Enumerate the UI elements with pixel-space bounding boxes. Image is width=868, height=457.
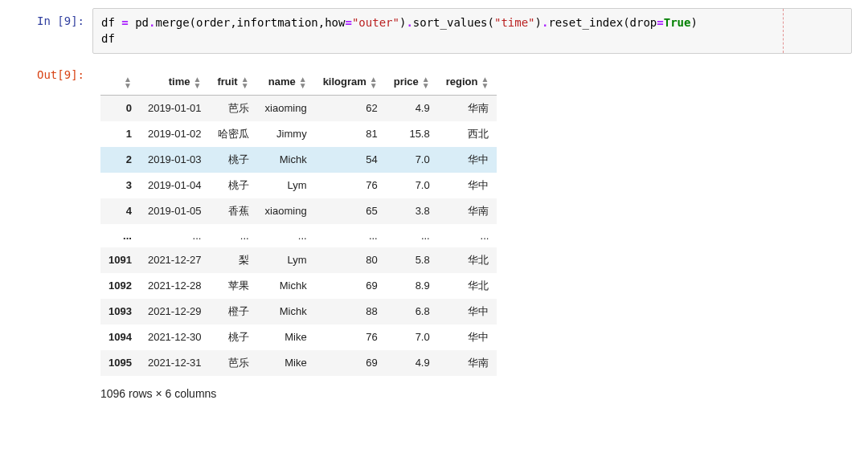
- cell-price: 8.9: [386, 273, 438, 299]
- table-row: 10942021-12-30桃子Mike767.0华中: [100, 324, 497, 350]
- code-input[interactable]: df = pd.merge(order,infortmation,how="ou…: [92, 8, 852, 54]
- table-row: 12019-01-02哈密瓜Jimmy8115.8西北: [100, 121, 497, 147]
- cell-name: Mike: [257, 324, 315, 350]
- cell-region: 华南: [438, 350, 497, 376]
- cell-time: 2021-12-31: [140, 350, 210, 376]
- input-prompt: In [9]:: [16, 8, 92, 27]
- cell-kilogram: 88: [315, 299, 386, 324]
- sort-icon[interactable]: [124, 76, 132, 89]
- cell-name: Michk: [257, 299, 315, 324]
- row-index: 4: [100, 198, 140, 224]
- row-index: 2: [100, 147, 140, 173]
- sort-icon[interactable]: [299, 76, 307, 89]
- cell-price: 3.8: [386, 198, 438, 224]
- cell-fruit: 橙子: [209, 299, 256, 324]
- row-index: 1092: [100, 273, 140, 299]
- cell-time: 2021-12-29: [140, 299, 210, 324]
- cell-price: 7.0: [386, 324, 438, 350]
- cell-name: Lym: [257, 173, 315, 198]
- cell-price: 15.8: [386, 121, 438, 147]
- code-margin-guide: [783, 9, 784, 53]
- cell-name: ...: [257, 224, 315, 247]
- cell-kilogram: 69: [315, 273, 386, 299]
- cell-fruit: 桃子: [209, 173, 256, 198]
- row-index: 0: [100, 95, 140, 121]
- table-row: .....................: [100, 224, 497, 247]
- cell-region: 华南: [438, 95, 497, 121]
- table-row: 02019-01-01芭乐xiaoming624.9华南: [100, 95, 497, 121]
- output-prompt: Out[9]:: [16, 62, 92, 81]
- column-header-fruit[interactable]: fruit: [209, 70, 256, 95]
- sort-icon[interactable]: [241, 76, 249, 89]
- table-row: 32019-01-04桃子Lym767.0华中: [100, 173, 497, 198]
- cell-kilogram: 54: [315, 147, 386, 173]
- cell-fruit: 哈密瓜: [209, 121, 256, 147]
- column-header-kilogram[interactable]: kilogram: [315, 70, 386, 95]
- cell-fruit: 芭乐: [209, 350, 256, 376]
- dataframe-shape: 1096 rows × 6 columns: [100, 387, 852, 400]
- row-index: 1: [100, 121, 140, 147]
- row-index: 1093: [100, 299, 140, 324]
- cell-region: 华中: [438, 147, 497, 173]
- row-index: ...: [100, 224, 140, 247]
- cell-time: 2019-01-01: [140, 95, 210, 121]
- cell-region: 华北: [438, 247, 497, 273]
- sort-icon[interactable]: [370, 76, 378, 89]
- cell-region: 华中: [438, 324, 497, 350]
- cell-time: 2019-01-02: [140, 121, 210, 147]
- row-index: 1094: [100, 324, 140, 350]
- cell-time: 2019-01-04: [140, 173, 210, 198]
- cell-region: 华南: [438, 198, 497, 224]
- cell-time: 2019-01-03: [140, 147, 210, 173]
- row-index: 1095: [100, 350, 140, 376]
- cell-fruit: 梨: [209, 247, 256, 273]
- row-index: 1091: [100, 247, 140, 273]
- cell-kilogram: 69: [315, 350, 386, 376]
- table-row: 10922021-12-28苹果Michk698.9华北: [100, 273, 497, 299]
- cell-fruit: 芭乐: [209, 95, 256, 121]
- cell-fruit: 苹果: [209, 273, 256, 299]
- cell-time: 2019-01-05: [140, 198, 210, 224]
- cell-time: 2021-12-30: [140, 324, 210, 350]
- dataframe-table: timefruitnamekilogrampriceregion 02019-0…: [100, 70, 497, 376]
- sort-icon[interactable]: [422, 76, 430, 89]
- cell-region: ...: [438, 224, 497, 247]
- cell-price: 7.0: [386, 147, 438, 173]
- table-header-row: timefruitnamekilogrampriceregion: [100, 70, 497, 95]
- sort-icon[interactable]: [481, 76, 489, 89]
- cell-fruit: ...: [209, 224, 256, 247]
- cell-time: 2021-12-27: [140, 247, 210, 273]
- cell-kilogram: 65: [315, 198, 386, 224]
- index-header[interactable]: [100, 70, 140, 95]
- table-row: 10952021-12-31芭乐Mike694.9华南: [100, 350, 497, 376]
- cell-price: 6.8: [386, 299, 438, 324]
- cell-region: 华北: [438, 273, 497, 299]
- cell-region: 西北: [438, 121, 497, 147]
- column-header-price[interactable]: price: [386, 70, 438, 95]
- input-cell: In [9]: df = pd.merge(order,infortmation…: [16, 8, 852, 54]
- cell-name: xiaoming: [257, 95, 315, 121]
- cell-kilogram: 81: [315, 121, 386, 147]
- sort-icon[interactable]: [194, 76, 202, 89]
- output-area: timefruitnamekilogrampriceregion 02019-0…: [92, 62, 852, 400]
- column-header-region[interactable]: region: [438, 70, 497, 95]
- cell-time: 2021-12-28: [140, 273, 210, 299]
- cell-price: 4.9: [386, 350, 438, 376]
- cell-name: Lym: [257, 247, 315, 273]
- cell-fruit: 桃子: [209, 324, 256, 350]
- cell-region: 华中: [438, 299, 497, 324]
- cell-kilogram: 80: [315, 247, 386, 273]
- cell-price: 4.9: [386, 95, 438, 121]
- cell-region: 华中: [438, 173, 497, 198]
- cell-name: Michk: [257, 273, 315, 299]
- table-row: 42019-01-05香蕉xiaoming653.8华南: [100, 198, 497, 224]
- cell-name: xiaoming: [257, 198, 315, 224]
- table-row: 10932021-12-29橙子Michk886.8华中: [100, 299, 497, 324]
- cell-name: Mike: [257, 350, 315, 376]
- column-header-name[interactable]: name: [257, 70, 315, 95]
- output-cell: Out[9]: timefruitnamekilogrampriceregion…: [16, 62, 852, 400]
- table-body: 02019-01-01芭乐xiaoming624.9华南12019-01-02哈…: [100, 95, 497, 376]
- table-row: 10912021-12-27梨Lym805.8华北: [100, 247, 497, 273]
- cell-name: Michk: [257, 147, 315, 173]
- column-header-time[interactable]: time: [140, 70, 210, 95]
